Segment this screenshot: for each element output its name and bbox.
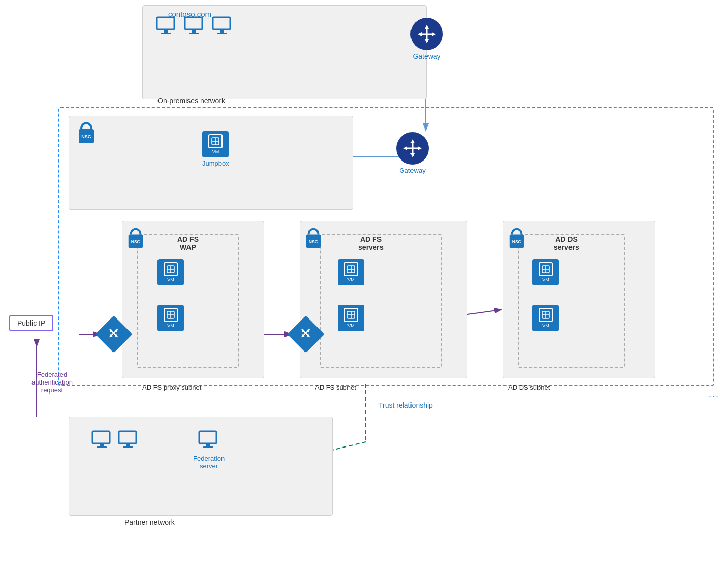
azure-dots: ···	[709, 391, 719, 402]
svg-rect-20	[217, 33, 227, 34]
onprem-label: On-premises network	[157, 97, 225, 105]
adfs-proxy-inner-label: AD FSWAP	[157, 235, 218, 251]
svg-text:NSG: NSG	[131, 239, 141, 244]
adfs-proxy-dashed	[137, 234, 239, 368]
svg-rect-79	[123, 446, 133, 448]
svg-rect-12	[157, 17, 174, 29]
management-nsg: NSG	[76, 122, 97, 148]
svg-rect-81	[206, 443, 210, 446]
trust-relationship-label: Trust relationship	[378, 401, 433, 409]
svg-marker-26	[432, 32, 436, 36]
svg-rect-82	[203, 446, 213, 448]
svg-text:NSG: NSG	[512, 239, 522, 244]
adfs-proxy-subnet-label: AD FS proxy subnet	[142, 384, 201, 391]
diagram-container: contoso.com On-premises network Partner …	[0, 0, 728, 575]
svg-marker-35	[410, 153, 415, 157]
federation-server-label: Federationserver	[193, 455, 225, 470]
svg-rect-80	[199, 431, 216, 443]
svg-rect-76	[97, 446, 107, 448]
svg-marker-24	[425, 39, 429, 43]
svg-marker-34	[410, 139, 415, 143]
partner-monitor-1	[90, 429, 114, 453]
svg-rect-18	[213, 17, 230, 29]
federated-auth-label: Federatedauthenticationrequest	[13, 371, 91, 394]
adds-subnet-label: AD DS subnet	[508, 384, 550, 391]
adds-vm1: VM	[532, 259, 559, 285]
adfs-vm1: VM	[338, 259, 364, 285]
svg-rect-74	[92, 431, 110, 443]
svg-rect-17	[189, 33, 199, 34]
gateway-azure-label: Gateway	[399, 167, 425, 174]
svg-rect-77	[119, 431, 136, 443]
adfs-subnet-label: AD FS subnet	[315, 384, 356, 391]
public-ip-label: Public IP	[17, 319, 45, 327]
svg-marker-23	[425, 25, 429, 29]
gateway-onprem-label: Gateway	[413, 52, 440, 60]
public-ip-box: Public IP	[9, 315, 53, 331]
svg-marker-25	[418, 32, 422, 36]
federation-server-monitor: Federationserver	[193, 429, 225, 470]
adds-inner-label: AD DSservers	[531, 235, 602, 251]
svg-text:NSG: NSG	[81, 134, 91, 139]
svg-rect-13	[164, 29, 168, 33]
svg-rect-14	[161, 33, 171, 34]
onprem-monitor-3	[211, 15, 234, 39]
jumpbox-label: Jumpbox	[202, 159, 229, 167]
adds-dashed	[518, 234, 625, 368]
lb1-icon	[101, 321, 127, 347]
svg-rect-19	[220, 29, 224, 33]
partner-label: Partner network	[124, 518, 175, 526]
svg-marker-37	[418, 146, 422, 150]
onprem-monitor-1	[155, 15, 178, 39]
adfs-dashed	[320, 234, 442, 368]
adfs-proxy-vm2: VM	[157, 305, 184, 331]
adfs-vm2: VM	[338, 305, 364, 331]
svg-rect-16	[192, 29, 196, 33]
svg-text:NSG: NSG	[309, 239, 319, 244]
gateway-azure-icon: Gateway	[396, 132, 429, 174]
partner-monitor-2	[117, 429, 140, 453]
svg-marker-36	[403, 146, 407, 150]
lb2-icon	[293, 321, 319, 347]
onprem-monitor-2	[183, 15, 206, 39]
jumpbox-vm: VM Jumpbox	[202, 131, 229, 167]
adds-vm2: VM	[532, 305, 559, 331]
adfs-inner-label: AD FSservers	[335, 235, 406, 251]
adfs-proxy-vm1: VM	[157, 259, 184, 285]
svg-rect-78	[126, 443, 130, 446]
adds-nsg: NSG	[507, 228, 526, 253]
svg-rect-15	[185, 17, 202, 29]
adfs-proxy-nsg: NSG	[126, 228, 145, 253]
gateway-onprem-icon: Gateway	[410, 18, 443, 60]
svg-rect-75	[100, 443, 104, 446]
adfs-nsg: NSG	[304, 228, 323, 253]
